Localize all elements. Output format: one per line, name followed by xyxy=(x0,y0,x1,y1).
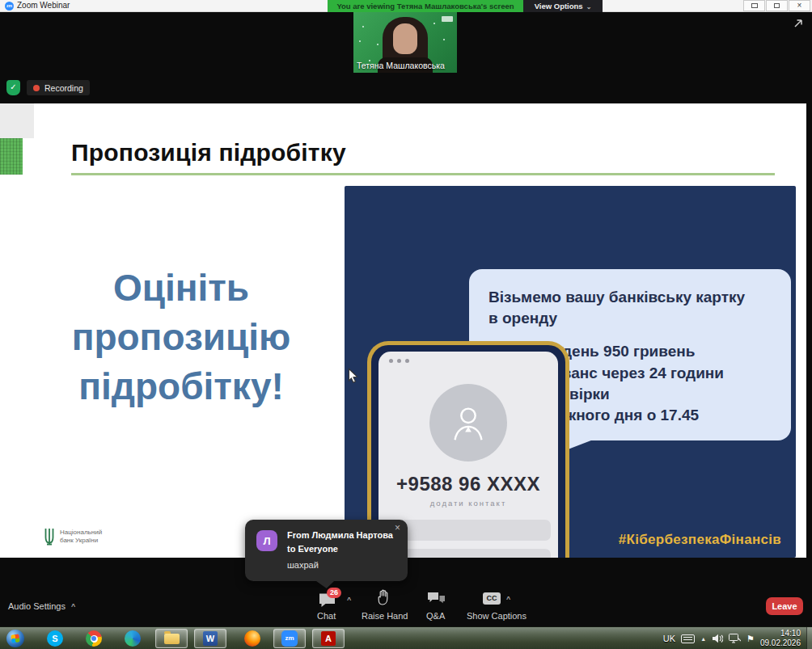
keyboard-icon[interactable] xyxy=(681,634,695,643)
show-captions-button[interactable]: Show Captions xyxy=(467,611,527,621)
hashtag-label: #КібербезпекаФінансів xyxy=(619,532,781,548)
chat-from-label: From Людмила Нартова to Everyone xyxy=(287,529,394,555)
title-bar: zm Zoom Webinar You are viewing Тетяна М… xyxy=(0,0,812,12)
minimize-button[interactable] xyxy=(743,0,765,11)
qa-icon[interactable] xyxy=(427,592,446,609)
cc-icon[interactable]: CC xyxy=(483,592,501,605)
tray-time: 14:10 xyxy=(760,629,801,639)
chevron-down-icon: ⌄ xyxy=(586,3,592,11)
audio-settings-chevron-icon[interactable]: ^ xyxy=(71,602,75,610)
phone-field-placeholder xyxy=(386,520,551,541)
recording-label: Recording xyxy=(44,83,83,93)
language-indicator[interactable]: UK xyxy=(663,634,675,643)
bubble-line: в оренду xyxy=(488,308,772,329)
leave-button[interactable]: Leave xyxy=(766,597,803,615)
taskbar-item-file-explorer[interactable] xyxy=(155,629,188,648)
phone-field-placeholder xyxy=(386,549,551,558)
screen-share-banner: You are viewing Тетяна Машлаковська's sc… xyxy=(328,0,523,12)
qa-button[interactable]: Q&A xyxy=(426,611,445,621)
raise-hand-button[interactable]: Raise Hand xyxy=(362,611,408,621)
recording-indicator: Recording xyxy=(27,80,90,95)
restore-button[interactable] xyxy=(766,0,788,11)
acrobat-icon: A xyxy=(321,631,336,646)
close-button[interactable]: × xyxy=(789,0,810,11)
network-icon[interactable] xyxy=(729,634,741,643)
sender-avatar: Л xyxy=(256,530,277,551)
callout-line: пропозицію xyxy=(19,313,343,362)
tray-expand-icon[interactable]: ▲ xyxy=(700,636,706,642)
callout-line: підробітку! xyxy=(19,362,343,411)
audio-settings-button[interactable]: Audio Settings xyxy=(8,601,66,611)
view-options-button[interactable]: View Options⌄ xyxy=(523,0,603,12)
nbu-logo-line1: Національний xyxy=(60,529,102,537)
skype-icon: S xyxy=(47,630,63,647)
show-desktop-button[interactable] xyxy=(806,627,812,649)
volume-icon[interactable] xyxy=(712,634,723,643)
phone-menu-dots-icon xyxy=(389,359,409,363)
contact-avatar-icon xyxy=(429,384,507,461)
zoom-icon: zm xyxy=(281,630,298,647)
speaker-face xyxy=(393,23,417,54)
edge-icon xyxy=(125,630,141,647)
chat-button[interactable]: Chat xyxy=(317,611,336,621)
chat-unread-badge: 26 xyxy=(327,588,341,598)
taskbar-item-skype[interactable]: S xyxy=(39,629,71,648)
slide-title: Пропозиція підробітку xyxy=(71,139,346,166)
action-center-flag-icon[interactable]: ⚑ xyxy=(746,634,755,644)
system-tray: UK ▲ ⚑ 14:10 09.02.2026 xyxy=(663,627,801,649)
windows-taskbar: S W zm A UK ▲ ⚑ 14:10 09.02.2026 xyxy=(0,626,812,649)
start-button[interactable] xyxy=(6,630,24,647)
chat-chevron-icon[interactable]: ^ xyxy=(347,596,351,604)
zoom-app-icon: zm xyxy=(5,2,14,11)
video-watermark-logo xyxy=(442,16,453,22)
taskbar-item-edge[interactable] xyxy=(116,629,149,648)
phone-number: +9588 96 XXXX xyxy=(379,473,558,495)
chrome-icon xyxy=(86,630,102,647)
firefox-icon xyxy=(244,630,260,647)
nbu-logo-text: Національний банк України xyxy=(60,529,102,546)
nbu-logo-line2: банк України xyxy=(60,537,102,545)
chat-notification-popup[interactable]: Л From Людмила Нартова to Everyone шахра… xyxy=(245,520,408,581)
captions-chevron-icon[interactable]: ^ xyxy=(506,595,510,603)
taskbar-item-chrome[interactable] xyxy=(78,629,110,648)
slide-illustration: Візьмемо вашу банківську картку в оренду… xyxy=(345,186,796,558)
windows-logo-icon xyxy=(11,634,19,643)
bubble-line: Візьмемо вашу банківську картку xyxy=(488,287,772,308)
minimize-icon xyxy=(751,3,758,8)
nbu-logo: Національний банк України xyxy=(44,527,102,546)
slide-title-underline xyxy=(71,173,775,175)
shared-slide: Пропозиція підробітку Оцініть пропозицію… xyxy=(0,103,806,558)
add-contact-label: додати контакт xyxy=(379,499,558,508)
taskbar-item-firefox[interactable] xyxy=(236,629,269,648)
taskbar-clock[interactable]: 14:10 09.02.2026 xyxy=(760,629,801,649)
close-icon[interactable]: × xyxy=(395,523,400,533)
window-controls: × xyxy=(742,0,810,12)
security-shield-icon[interactable]: ✓ xyxy=(6,80,20,95)
tray-date: 09.02.2026 xyxy=(760,638,801,649)
speaker-video-thumbnail[interactable]: Тетяна Машлаковська xyxy=(353,12,457,73)
taskbar-item-acrobat[interactable]: A xyxy=(312,629,345,648)
taskbar-item-word[interactable]: W xyxy=(194,629,226,648)
file-explorer-icon xyxy=(164,634,180,644)
restore-icon xyxy=(774,3,780,8)
slide-corner-decoration xyxy=(0,103,34,138)
close-icon: × xyxy=(797,2,802,10)
slide-callout-text: Оцініть пропозицію підробітку! xyxy=(19,263,343,412)
nbu-emblem-icon xyxy=(44,527,55,546)
zoom-webinar-window: zm Zoom Webinar You are viewing Тетяна М… xyxy=(0,0,812,649)
mouse-cursor xyxy=(348,368,359,387)
raise-hand-icon[interactable] xyxy=(377,589,390,609)
word-icon: W xyxy=(203,631,218,646)
window-title: Zoom Webinar xyxy=(17,1,70,10)
taskbar-item-zoom[interactable]: zm xyxy=(273,629,306,648)
slide-green-pattern xyxy=(0,138,23,175)
chat-message-text: шахрай xyxy=(287,560,319,570)
fullscreen-arrow-icon[interactable] xyxy=(793,18,804,32)
participant-name-label: Тетяна Машлаковська xyxy=(357,61,445,70)
callout-line: Оцініть xyxy=(19,263,343,313)
recording-dot-icon xyxy=(33,85,40,91)
